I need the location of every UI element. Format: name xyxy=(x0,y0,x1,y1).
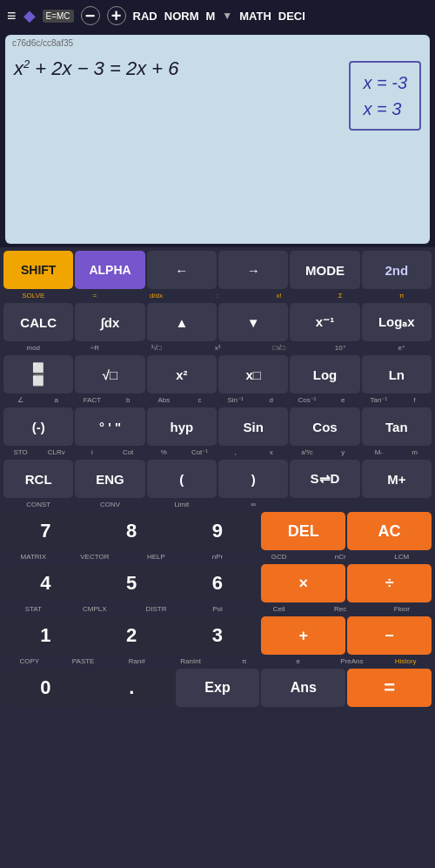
second-key[interactable]: 2nd xyxy=(362,251,432,289)
m-label: M xyxy=(205,10,215,23)
minus-button[interactable]: − xyxy=(81,6,100,25)
eng-key[interactable]: ENG xyxy=(75,460,144,498)
ann-row-8: COPY PASTE Ran# RanInt π e PreAns Histor… xyxy=(3,655,432,667)
row-789: 7 8 9 DEL AC xyxy=(3,512,432,550)
up-key[interactable]: ▲ xyxy=(147,303,217,341)
c-ann: c xyxy=(183,394,217,406)
colon-ann: : xyxy=(188,289,248,301)
rec-ann: Rec xyxy=(311,602,371,615)
abs-ann: Abs xyxy=(147,394,181,406)
three-key[interactable]: 3 xyxy=(176,616,260,655)
sqrt-key[interactable]: √□ xyxy=(75,355,144,394)
zero-key[interactable]: 0 xyxy=(3,669,88,707)
equals-key[interactable]: = xyxy=(347,669,432,707)
row-123: 1 2 3 + − xyxy=(3,616,432,655)
plus-button[interactable]: + xyxy=(107,6,126,25)
del-key[interactable]: DEL xyxy=(261,512,345,550)
mminus-ann: M- xyxy=(362,446,396,458)
const-ann: CONST xyxy=(3,498,73,510)
clrv-ann: CLRv xyxy=(39,446,73,458)
nine-key[interactable]: 9 xyxy=(176,512,260,550)
diamond-icon: ◆ xyxy=(23,6,36,25)
dropdown-arrow[interactable]: ▼ xyxy=(222,10,232,22)
plus-key[interactable]: + xyxy=(261,616,345,655)
eight-key[interactable]: 8 xyxy=(90,512,174,550)
integral-key[interactable]: ∫dx xyxy=(75,303,144,341)
seven-key[interactable]: 7 xyxy=(3,512,88,550)
xinv-key[interactable]: x⁻¹ xyxy=(290,303,359,341)
display-result: x = -3 x = 3 xyxy=(349,61,421,131)
ann-row-6: MATRIX VECTOR HELP nPr GCD nCr LCM xyxy=(3,550,432,562)
exp-key[interactable]: Exp xyxy=(176,669,260,707)
y-ann: y xyxy=(326,446,360,458)
norm-label: NORM xyxy=(164,10,199,23)
ans-key[interactable]: Ans xyxy=(261,669,345,707)
vector-ann: VECTOR xyxy=(65,550,125,562)
rparen-key[interactable]: ) xyxy=(218,460,288,498)
floor-ann: Floor xyxy=(371,602,432,615)
hyp-key[interactable]: hyp xyxy=(147,407,217,446)
neg-key[interactable]: (-) xyxy=(3,407,73,446)
menu-icon[interactable]: ≡ xyxy=(7,7,17,25)
lparen-key[interactable]: ( xyxy=(147,460,217,498)
empty1 xyxy=(290,498,359,510)
help-ann: HELP xyxy=(126,550,186,562)
four-key[interactable]: 4 xyxy=(3,564,88,602)
cos-key[interactable]: Cos xyxy=(290,407,359,446)
emc-icon: E=MC xyxy=(43,10,74,23)
row-0: 0 . Exp Ans = xyxy=(3,669,432,707)
sto-ann: STO xyxy=(3,446,37,458)
sdd-key[interactable]: S⇌D xyxy=(290,460,359,498)
cmplx-ann: CMPLX xyxy=(65,602,125,615)
right-arrow-key[interactable]: → xyxy=(218,251,288,289)
ln-key[interactable]: Ln xyxy=(362,355,432,394)
xsq-key[interactable]: x² xyxy=(147,355,217,394)
tan-key[interactable]: Tan xyxy=(362,407,432,446)
mod-ann: mod xyxy=(3,341,64,353)
alpha-key[interactable]: ALPHA xyxy=(75,251,144,289)
log-key[interactable]: Log xyxy=(290,355,359,394)
mode-key[interactable]: MODE xyxy=(290,251,359,289)
five-key[interactable]: 5 xyxy=(90,564,174,602)
down-key[interactable]: ▼ xyxy=(218,303,288,341)
degree-key[interactable]: ° ' " xyxy=(75,407,144,446)
xpow-key[interactable]: x□ xyxy=(218,355,288,394)
div-key[interactable]: ÷ xyxy=(347,564,432,602)
matrix-ann: MATRIX xyxy=(3,550,64,562)
taninv-ann: Tan⁻¹ xyxy=(362,394,396,406)
ncr-ann: nCr xyxy=(311,550,371,562)
d-ann: d xyxy=(254,394,288,406)
cot-ann: Cot xyxy=(111,446,145,458)
sininv-ann: Sin⁻¹ xyxy=(218,394,252,406)
times-key[interactable]: × xyxy=(261,564,345,602)
display-id: c76d6c/cc8af35 xyxy=(12,38,73,48)
rcl-key[interactable]: RCL xyxy=(3,460,73,498)
calc-key[interactable]: CALC xyxy=(3,303,73,341)
distr-ann: DISTR xyxy=(126,602,186,615)
e-ann: e xyxy=(326,394,360,406)
npr-ann: nPr xyxy=(188,550,248,562)
rannum-ann: Ran# xyxy=(111,655,164,667)
ann-row-4: STO CLRv i Cot % Cot⁻¹ , x aᵇ/c y M- m xyxy=(3,446,432,458)
shift-key[interactable]: SHIFT xyxy=(3,251,73,289)
two-key[interactable]: 2 xyxy=(90,616,174,655)
keyboard: SHIFT ALPHA ← → MODE 2nd SOLVE = d/dx : … xyxy=(0,247,435,868)
ceil-ann: Ceil xyxy=(249,602,309,615)
dot-key[interactable]: . xyxy=(90,669,174,707)
frac-key[interactable]: ⬜⬜ xyxy=(3,355,73,394)
history-ann: History xyxy=(379,655,432,667)
one-key[interactable]: 1 xyxy=(3,616,88,655)
minus-key[interactable]: − xyxy=(347,616,432,655)
left-arrow-key[interactable]: ← xyxy=(147,251,217,289)
cotinv-ann: Cot⁻¹ xyxy=(183,446,217,458)
top-bar: ≡ ◆ E=MC − + RAD NORM M ▼ MATH DECI xyxy=(0,0,435,31)
sin-key[interactable]: Sin xyxy=(218,407,288,446)
i-ann: i xyxy=(75,446,109,458)
pol-ann: Pol xyxy=(188,602,248,615)
mplus-key[interactable]: M+ xyxy=(362,460,432,498)
ac-key[interactable]: AC xyxy=(347,512,432,550)
ann-row-2: mod ÷R ³√□ x³ □√□ 10ˣ eˣ xyxy=(3,341,432,353)
six-key[interactable]: 6 xyxy=(176,564,260,602)
logax-key[interactable]: Logₐx xyxy=(362,303,432,341)
angle-ann: ∠ xyxy=(3,394,37,406)
